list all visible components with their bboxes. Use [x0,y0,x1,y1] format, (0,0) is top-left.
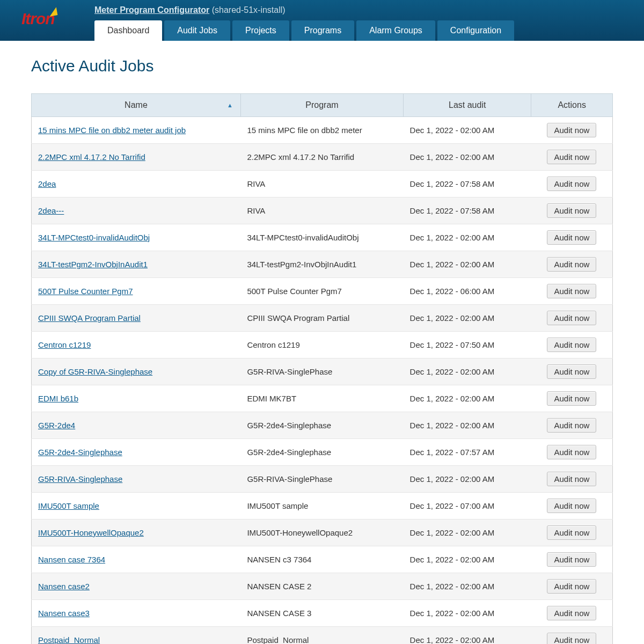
job-name-link[interactable]: IMU500T-HoneywellOpaque2 [38,528,144,537]
cell-actions: Audit now [531,144,613,171]
job-name-link[interactable]: 2dea--- [38,206,64,215]
cell-last-audit: Dec 1, 2022 - 07:50 AM [404,332,531,358]
tab-programs[interactable]: Programs [291,20,354,41]
cell-name: 15 mins MPC file on dbb2 meter audit job [32,117,241,144]
app-title-link[interactable]: Meter Program Configurator [94,5,209,14]
cell-program: NANSEN c3 7364 [240,546,403,573]
job-name-link[interactable]: 2dea [38,179,56,188]
job-name-link[interactable]: Copy of G5R-RIVA-Singlephase [38,367,152,376]
audit-now-button[interactable]: Audit now [547,311,596,325]
job-name-link[interactable]: Nansen case2 [38,582,90,591]
cell-name: Nansen case2 [32,573,241,600]
table-row: CPIII SWQA Program PartialCPIII SWQA Pro… [32,305,613,332]
job-name-link[interactable]: G5R-2de4 [38,421,75,430]
job-name-link[interactable]: G5R-RIVA-Singlephase [38,474,122,484]
cell-last-audit: Dec 1, 2022 - 02:00 AM [404,466,531,493]
cell-last-audit: Dec 1, 2022 - 02:00 AM [404,144,531,171]
audit-now-button[interactable]: Audit now [547,499,596,513]
tab-projects[interactable]: Projects [232,20,289,41]
job-name-link[interactable]: 15 mins MPC file on dbb2 meter audit job [38,126,186,135]
cell-actions: Audit now [531,278,613,305]
audit-now-button[interactable]: Audit now [547,150,596,164]
cell-last-audit: Dec 1, 2022 - 02:00 AM [404,305,531,332]
cell-actions: Audit now [531,117,613,144]
cell-program: IMU500T sample [240,493,403,519]
cell-name: Nansen case3 [32,600,241,627]
table-row: Nansen case3NANSEN CASE 3Dec 1, 2022 - 0… [32,600,613,627]
cell-last-audit: Dec 1, 2022 - 02:00 AM [404,600,531,627]
audit-now-button[interactable]: Audit now [547,525,596,540]
audit-now-button[interactable]: Audit now [547,257,596,272]
cell-actions: Audit now [531,385,613,412]
audit-now-button[interactable]: Audit now [547,203,596,218]
audit-now-button[interactable]: Audit now [547,284,596,298]
cell-last-audit: Dec 1, 2022 - 06:00 AM [404,278,531,305]
table-row: Postpaid_NormalPostpaid_NormalDec 1, 202… [32,627,613,645]
cell-actions: Audit now [531,224,613,251]
cell-actions: Audit now [531,519,613,546]
cell-last-audit: Dec 1, 2022 - 02:00 AM [404,251,531,278]
job-name-link[interactable]: 34LT-MPCtest0-invalidAuditObj [38,233,150,242]
job-name-link[interactable]: G5R-2de4-Singlephase [38,448,122,457]
col-header-last-audit-label: Last audit [449,100,486,109]
cell-actions: Audit now [531,493,613,519]
col-header-program-label: Program [305,100,338,109]
audit-now-button[interactable]: Audit now [547,364,596,379]
job-name-link[interactable]: Centron c1219 [38,340,91,349]
table-row: 2.2MPC xml 4.17.2 No Tarrifid2.2MPC xml … [32,144,613,171]
audit-now-button[interactable]: Audit now [547,606,596,620]
cell-program: 15 mins MPC file on dbb2 meter [240,117,403,144]
job-name-link[interactable]: Postpaid_Normal [38,635,100,644]
tab-configuration[interactable]: Configuration [437,20,514,41]
cell-program: Postpaid_Normal [240,627,403,645]
job-name-link[interactable]: 2.2MPC xml 4.17.2 No Tarrifid [38,152,145,162]
cell-last-audit: Dec 1, 2022 - 02:00 AM [404,627,531,645]
cell-program: NANSEN CASE 2 [240,573,403,600]
cell-last-audit: Dec 1, 2022 - 02:00 AM [404,358,531,385]
job-name-link[interactable]: Nansen case 7364 [38,555,105,564]
cell-program: IMU500T-HoneywellOpaque2 [240,519,403,546]
cell-name: Copy of G5R-RIVA-Singlephase [32,358,241,385]
cell-last-audit: Dec 1, 2022 - 02:00 AM [404,546,531,573]
job-name-link[interactable]: 34LT-testPgm2-InvObjInAudit1 [38,260,148,269]
audit-now-button[interactable]: Audit now [547,445,596,459]
cell-name: Nansen case 7364 [32,546,241,573]
table-row: Nansen case 7364NANSEN c3 7364Dec 1, 202… [32,546,613,573]
job-name-link[interactable]: Nansen case3 [38,609,90,618]
cell-last-audit: Dec 1, 2022 - 02:00 AM [404,117,531,144]
job-name-link[interactable]: CPIII SWQA Program Partial [38,313,141,323]
col-header-program[interactable]: Program [240,94,403,117]
sort-asc-icon: ▲ [227,102,233,108]
tab-alarm-groups[interactable]: Alarm Groups [356,20,435,41]
cell-program: 34LT-testPgm2-InvObjInAudit1 [240,251,403,278]
cell-program: 2.2MPC xml 4.17.2 No Tarrifid [240,144,403,171]
col-header-actions-label: Actions [558,100,586,109]
cell-last-audit: Dec 1, 2022 - 07:58 AM [404,197,531,224]
table-row: 15 mins MPC file on dbb2 meter audit job… [32,117,613,144]
audit-jobs-table: Name ▲ Program Last audit Actions 15 min… [31,93,613,644]
app-title-suffix: (shared-51x-install) [212,5,286,14]
table-row: G5R-RIVA-SinglephaseG5R-RIVA-SinglePhase… [32,466,613,493]
audit-now-button[interactable]: Audit now [547,338,596,352]
audit-now-button[interactable]: Audit now [547,418,596,433]
col-header-name[interactable]: Name ▲ [32,94,241,117]
cell-last-audit: Dec 1, 2022 - 02:00 AM [404,385,531,412]
tab-audit-jobs[interactable]: Audit Jobs [164,20,230,41]
audit-now-button[interactable]: Audit now [547,472,596,486]
job-name-link[interactable]: IMU500T sample [38,501,99,510]
job-name-link[interactable]: 500T Pulse Counter Pgm7 [38,287,133,296]
cell-last-audit: Dec 1, 2022 - 07:57 AM [404,439,531,466]
cell-name: G5R-RIVA-Singlephase [32,466,241,493]
audit-now-button[interactable]: Audit now [547,177,596,191]
col-header-last-audit[interactable]: Last audit [404,94,531,117]
job-name-link[interactable]: EDMI b61b [38,394,78,403]
tab-dashboard[interactable]: Dashboard [94,20,162,41]
audit-now-button[interactable]: Audit now [547,552,596,567]
audit-now-button[interactable]: Audit now [547,391,596,406]
audit-now-button[interactable]: Audit now [547,123,596,137]
page-title: Active Audit Jobs [31,57,613,75]
col-header-name-label: Name [125,100,148,109]
audit-now-button[interactable]: Audit now [547,579,596,594]
audit-now-button[interactable]: Audit now [547,633,596,644]
audit-now-button[interactable]: Audit now [547,230,596,245]
